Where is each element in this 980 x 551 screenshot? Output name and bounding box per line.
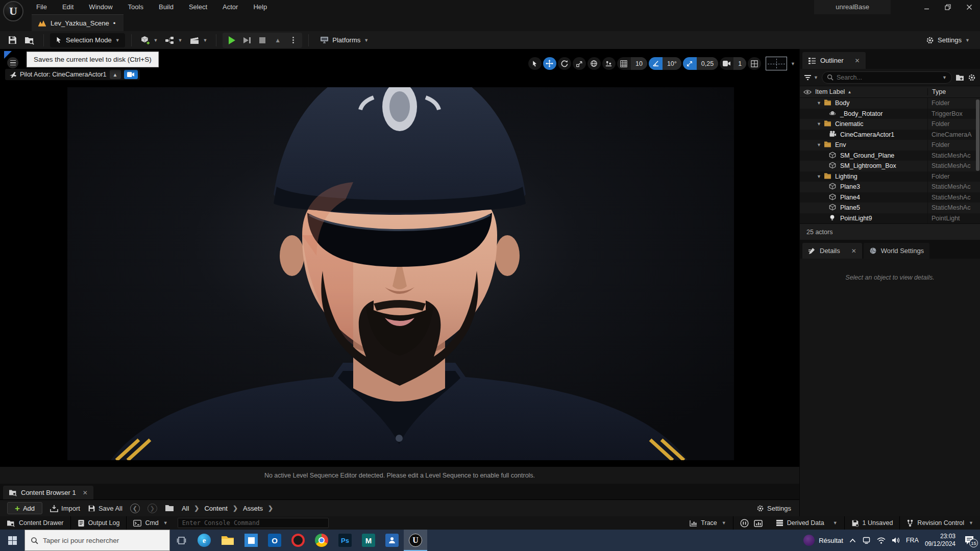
cinematics-button[interactable]: ▼ bbox=[187, 33, 210, 47]
taskbar-app-photos[interactable] bbox=[239, 530, 263, 551]
stop-button[interactable] bbox=[255, 33, 270, 47]
add-actor-button[interactable]: ▼ bbox=[138, 33, 161, 47]
content-drawer-button[interactable]: Content Drawer bbox=[0, 516, 71, 530]
frame-skip-button[interactable] bbox=[240, 33, 254, 47]
scale-snap-control[interactable]: 0,25 bbox=[683, 57, 718, 70]
unreal-logo-icon[interactable]: U bbox=[3, 1, 23, 21]
taskbar-app-outlook[interactable]: O bbox=[263, 530, 286, 551]
visibility-column-header[interactable] bbox=[800, 89, 815, 95]
level-viewport[interactable]: Saves the current level to disk (Ctrl+S)… bbox=[0, 49, 799, 484]
tab-world-settings[interactable]: World Settings bbox=[864, 243, 929, 259]
back-button[interactable]: ❮ bbox=[130, 504, 140, 513]
notification-center-button[interactable]: 15 bbox=[962, 533, 977, 548]
close-icon[interactable]: ✕ bbox=[855, 57, 860, 64]
forward-button[interactable]: ❯ bbox=[148, 504, 157, 513]
outliner-row-plane3[interactable]: Plane3StaticMeshAc bbox=[800, 182, 980, 192]
unsaved-button[interactable]: 1 Unsaved bbox=[845, 516, 900, 530]
content-browser-settings-button[interactable]: Settings bbox=[756, 505, 791, 512]
pilot-actor-bar[interactable]: Pilot Actor: CineCameraActor1 ▲ bbox=[5, 69, 140, 80]
outliner-row-_body_rotator[interactable]: _Body_RotatorTriggerBox bbox=[800, 109, 980, 119]
save-level-button[interactable] bbox=[5, 33, 20, 47]
outliner-row-pointlight9[interactable]: PointLight9PointLight bbox=[800, 213, 980, 224]
surface-snapping-button[interactable] bbox=[602, 57, 616, 70]
taskbar-app-opera[interactable] bbox=[286, 530, 310, 551]
taskbar-app-maya[interactable]: M bbox=[357, 530, 380, 551]
expand-arrow-icon[interactable]: ▼ bbox=[817, 142, 824, 147]
grid-snap-control[interactable]: 10 bbox=[617, 57, 647, 70]
outliner-search-box[interactable]: ▼ bbox=[822, 71, 952, 84]
outliner-row-plane4[interactable]: Plane4StaticMeshAc bbox=[800, 192, 980, 203]
camera-preview-box[interactable] bbox=[766, 57, 787, 70]
menu-edit[interactable]: Edit bbox=[55, 0, 81, 14]
selection-mode-dropdown[interactable]: Selection Mode ▼ bbox=[50, 33, 125, 47]
revision-control-dropdown[interactable]: Revision Control ▼ bbox=[900, 516, 980, 530]
world-coordinate-button[interactable] bbox=[587, 57, 601, 70]
output-log-button[interactable]: Output Log bbox=[71, 516, 127, 530]
taskbar-app-chrome[interactable] bbox=[310, 530, 333, 551]
taskbar-search-box[interactable] bbox=[24, 530, 170, 551]
tab-outliner[interactable]: Outliner ✕ bbox=[802, 52, 866, 69]
save-all-button[interactable]: Save All bbox=[88, 505, 122, 512]
breadcrumb-all[interactable]: All bbox=[182, 505, 189, 512]
search-input[interactable] bbox=[837, 74, 939, 81]
menu-build[interactable]: Build bbox=[151, 0, 181, 14]
expand-arrow-icon[interactable]: ▼ bbox=[817, 121, 824, 127]
viewport-layout-button[interactable] bbox=[748, 57, 761, 70]
viewport-menu-button[interactable] bbox=[7, 57, 18, 68]
taskbar-app-photoshop[interactable]: Ps bbox=[333, 530, 357, 551]
console-command-input[interactable] bbox=[178, 518, 329, 528]
restore-button[interactable] bbox=[937, 0, 959, 14]
add-button[interactable]: + Add bbox=[7, 502, 42, 514]
language-indicator[interactable]: FRA bbox=[906, 537, 919, 544]
pilot-camera-view-button[interactable] bbox=[124, 70, 138, 79]
type-column-header[interactable]: Type bbox=[927, 88, 980, 95]
snapshot-icon[interactable] bbox=[754, 519, 763, 527]
taskbar-app-character-app[interactable] bbox=[380, 530, 404, 551]
menu-tools[interactable]: Tools bbox=[120, 0, 151, 14]
platforms-dropdown[interactable]: Platforms ▼ bbox=[315, 33, 374, 47]
stop-piloting-button[interactable]: ▲ bbox=[110, 70, 121, 79]
breadcrumb-content[interactable]: Content bbox=[204, 505, 228, 512]
tray-expand-chevron-icon[interactable] bbox=[849, 538, 856, 543]
menu-actor[interactable]: Actor bbox=[215, 0, 246, 14]
select-tool-button[interactable] bbox=[528, 57, 542, 70]
outliner-scrollbar[interactable] bbox=[976, 99, 979, 171]
speaker-icon[interactable] bbox=[892, 537, 900, 544]
item-label-column-header[interactable]: Item Label▲ bbox=[815, 88, 927, 95]
close-icon[interactable]: ✕ bbox=[83, 489, 88, 496]
derived-data-dropdown[interactable]: Derived Data ▼ bbox=[769, 516, 845, 530]
taskbar-search-input[interactable] bbox=[43, 537, 164, 544]
expand-arrow-icon[interactable]: ▼ bbox=[817, 174, 824, 179]
rotate-tool-button[interactable] bbox=[558, 57, 571, 70]
tab-details[interactable]: Details ✕ bbox=[802, 243, 862, 259]
cast-icon[interactable] bbox=[862, 537, 871, 544]
breadcrumb-assets[interactable]: Assets bbox=[243, 505, 263, 512]
browse-content-button[interactable] bbox=[22, 33, 37, 47]
menu-help[interactable]: Help bbox=[246, 0, 275, 14]
outliner-row-sm_ground_plane[interactable]: SM_Ground_PlaneStaticMeshAc bbox=[800, 151, 980, 161]
task-view-button[interactable] bbox=[170, 530, 192, 551]
close-icon[interactable]: ✕ bbox=[851, 247, 856, 255]
outliner-row-env[interactable]: ▼EnvFolder bbox=[800, 140, 980, 151]
taskbar-app-file-explorer[interactable] bbox=[216, 530, 239, 551]
new-folder-button[interactable] bbox=[955, 74, 964, 81]
scale-tool-button[interactable] bbox=[573, 57, 586, 70]
settings-dropdown[interactable]: Settings ▼ bbox=[921, 33, 975, 47]
move-tool-button[interactable] bbox=[543, 57, 556, 70]
menu-file[interactable]: File bbox=[29, 0, 55, 14]
expand-arrow-icon[interactable]: ▼ bbox=[817, 101, 824, 106]
menu-select[interactable]: Select bbox=[181, 0, 215, 14]
eject-button[interactable]: ▲ bbox=[271, 33, 285, 47]
play-options-button[interactable] bbox=[286, 33, 300, 47]
minimize-button[interactable] bbox=[916, 0, 937, 14]
rotation-snap-control[interactable]: 10° bbox=[649, 57, 681, 70]
outliner-row-plane5[interactable]: Plane5StaticMeshAc bbox=[800, 203, 980, 213]
menu-window[interactable]: Window bbox=[81, 0, 120, 14]
outliner-filter-button[interactable]: ▼ bbox=[804, 74, 818, 81]
preview-options-chevron-icon[interactable]: ▼ bbox=[791, 61, 795, 66]
cmd-dropdown[interactable]: Cmd ▼ bbox=[127, 516, 174, 530]
outliner-row-cinematic[interactable]: ▼CinematicFolder bbox=[800, 119, 980, 130]
close-button[interactable] bbox=[959, 0, 980, 14]
wifi-icon[interactable] bbox=[877, 537, 886, 544]
import-button[interactable]: Import bbox=[50, 505, 80, 512]
